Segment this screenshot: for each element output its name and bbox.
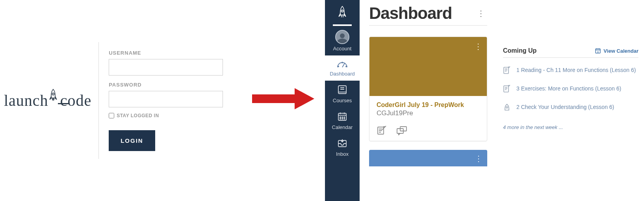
svg-point-13 [340, 118, 341, 119]
page-title: Dashboard [369, 4, 452, 23]
sidebar-item-courses[interactable]: Courses [325, 81, 360, 107]
login-button[interactable]: LOGIN [109, 130, 155, 151]
course-card-hero: ⋮ [369, 37, 487, 96]
upcoming-item-1[interactable]: 1 Reading - Ch 11 More on Functions (Les… [503, 66, 638, 76]
coming-up-header: Coming Up 3 View Calendar [503, 47, 638, 58]
course-card-title: CoderGirl July 19 - PrepWork [377, 101, 480, 109]
svg-point-7 [342, 62, 343, 63]
sidebar-item-calendar[interactable]: Calendar [325, 107, 360, 134]
sidebar-label-courses: Courses [325, 98, 360, 103]
svg-point-14 [342, 118, 343, 119]
upcoming-item-1-text: 1 Reading - Ch 11 More on Functions (Les… [516, 66, 636, 76]
username-input[interactable] [109, 59, 223, 76]
svg-point-5 [338, 66, 339, 67]
sidebar-label-inbox: Inbox [325, 151, 360, 157]
upcoming-item-3[interactable]: 2 Check Your Understanding (Lesson 6) [503, 103, 638, 113]
sidebar-item-inbox[interactable]: Inbox [325, 134, 360, 161]
svg-point-10 [340, 117, 341, 118]
svg-point-0 [52, 93, 54, 95]
assignment-icon [503, 66, 511, 76]
assignment-icon [503, 85, 511, 95]
launchcode-logo: launchcode [4, 91, 91, 110]
svg-rect-23 [504, 86, 509, 92]
course-card-icons [377, 126, 480, 137]
sidebar-label-dashboard: Dashboard [325, 71, 360, 77]
assignments-icon[interactable] [377, 126, 387, 137]
sidebar-item-account[interactable]: Account [325, 26, 360, 55]
coming-up-column: Coming Up 3 View Calendar 1 Reading - Ch… [503, 4, 638, 201]
book-icon [337, 85, 348, 95]
password-input[interactable] [109, 91, 223, 107]
login-panel: launchcode USERNAME PASSWORD STAY LOGGED… [4, 0, 240, 201]
avatar-icon [335, 30, 349, 44]
main-area: Dashboard ⋮ ⋮ CoderGirl July 19 - PrepWo… [360, 0, 644, 201]
sidebar-logo-icon[interactable] [333, 0, 352, 26]
sidebar-item-dashboard[interactable]: Dashboard [325, 55, 360, 81]
course-card-1[interactable]: ⋮ CoderGirl July 19 - PrepWork CGJul19Pr… [369, 37, 487, 141]
course-card-subtitle: CGJul19Pre [377, 109, 480, 117]
svg-rect-8 [338, 86, 346, 94]
stay-logged-in-checkbox[interactable] [109, 113, 114, 118]
course-card-1-options[interactable]: ⋮ [472, 39, 484, 53]
view-calendar-label: View Calendar [603, 48, 638, 54]
calendar-small-icon: 3 [595, 48, 601, 54]
quiz-icon [503, 103, 511, 113]
svg-point-12 [344, 117, 345, 118]
username-label: USERNAME [109, 50, 225, 56]
arrow-icon [252, 87, 315, 112]
title-row: Dashboard ⋮ [369, 4, 487, 26]
calendar-icon [337, 111, 348, 122]
password-label: PASSWORD [109, 82, 225, 88]
login-form: USERNAME PASSWORD STAY LOGGED IN LOGIN [98, 42, 225, 159]
stay-logged-in-label: STAY LOGGED IN [117, 113, 159, 118]
svg-point-3 [341, 10, 343, 12]
svg-rect-22 [504, 67, 509, 74]
rocket-icon [48, 91, 60, 110]
svg-marker-2 [295, 88, 314, 109]
dashboard-options-button[interactable]: ⋮ [475, 6, 487, 20]
course-card-2-options[interactable]: ⋮ [472, 151, 485, 166]
svg-text:3: 3 [598, 51, 599, 53]
center-column: Dashboard ⋮ ⋮ CoderGirl July 19 - PrepWo… [369, 4, 487, 201]
coming-up-title: Coming Up [503, 47, 536, 54]
svg-point-6 [346, 66, 347, 67]
sidebar: Account Dashboard Courses Calendar Inbox [325, 0, 360, 201]
upcoming-item-2[interactable]: 3 Exercises: More on Functions (Lesson 6… [503, 85, 638, 95]
course-card-body: CoderGirl July 19 - PrepWork CGJul19Pre [369, 96, 487, 141]
sidebar-label-calendar: Calendar [325, 124, 360, 130]
discussions-icon[interactable] [396, 126, 407, 137]
logo-text-left: launch [4, 92, 48, 109]
gauge-icon [336, 59, 349, 68]
logo-text-right: code [60, 92, 92, 109]
dashboard-panel: Account Dashboard Courses Calendar Inbox… [325, 0, 644, 201]
svg-line-4 [342, 63, 345, 67]
upcoming-item-3-text: 2 Check Your Understanding (Lesson 6) [516, 103, 614, 113]
sidebar-label-account: Account [325, 46, 360, 52]
svg-point-11 [342, 117, 343, 118]
course-card-2[interactable]: ⋮ [369, 150, 487, 166]
inbox-icon [337, 138, 348, 148]
svg-rect-1 [252, 94, 295, 103]
view-calendar-link[interactable]: 3 View Calendar [595, 48, 638, 54]
upcoming-item-2-text: 3 Exercises: More on Functions (Lesson 6… [516, 85, 621, 95]
svg-point-15 [344, 118, 345, 119]
more-upcoming-link[interactable]: 4 more in the next week ... [503, 124, 638, 130]
stay-logged-in-row[interactable]: STAY LOGGED IN [109, 113, 225, 118]
svg-point-24 [506, 107, 508, 108]
